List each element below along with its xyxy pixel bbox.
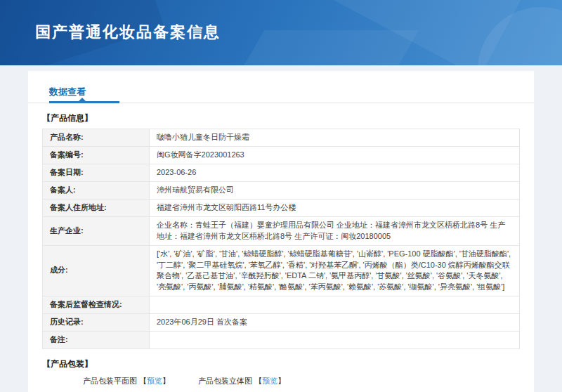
field-label: 备案人: [43, 181, 150, 199]
bracket-open: 【 [139, 377, 147, 385]
field-value: 啵噜小猫儿童冬日防干燥霜 [150, 129, 520, 147]
field-label: 备案编号: [43, 146, 150, 164]
field-label: 历史记录: [43, 314, 150, 332]
tab-bar: 数据查看 [28, 81, 534, 103]
field-value: 企业名称：青蛙王子（福建）婴童护理用品有限公司 企业地址：福建省漳州市龙文区梧桥… [150, 216, 520, 245]
page-header: 国产普通化妆品备案信息 [0, 0, 562, 65]
field-label: 成分: [43, 245, 150, 296]
field-value: 2023年06月29日 首次备案 [150, 314, 520, 332]
field-label: 备注: [43, 332, 150, 349]
package-preview-line: 产品包装平面图 【预览】 产品包装立体图 【预览】 [42, 376, 520, 386]
table-row: 成分: ['水', '矿油', '矿脂', '甘油', '鲸蜡硬脂醇', '鲸蜡… [43, 245, 520, 296]
section-title-product-package: 【产品包装】 [42, 358, 520, 370]
package-stereo-item: 产品包装立体图 【预览】 [198, 376, 285, 386]
table-row: 历史记录: 2023年06月29日 首次备案 [43, 314, 520, 332]
field-label: 备案人住所地址: [43, 199, 150, 216]
active-tab-underline [49, 101, 119, 103]
page-title: 国产普通化妆品备案信息 [35, 22, 221, 43]
table-row: 备案后监督检查情况: [43, 296, 520, 314]
package-flat-label: 产品包装平面图 [83, 377, 137, 385]
product-info-table: 产品名称: 啵噜小猫儿童冬日防干燥霜 备案编号: 闽G妆网备字202300126… [42, 129, 520, 349]
field-value: 福建省漳州市龙文区朝阳西路11号办公楼 [150, 199, 520, 216]
preview-stereo-link[interactable]: 预览 [262, 377, 277, 385]
field-value: 漳州瑞航贸易有限公司 [150, 181, 520, 199]
field-value: 闽G妆网备字2023001263 [150, 146, 520, 164]
field-value [150, 296, 520, 314]
table-row: 备案人住所地址: 福建省漳州市龙文区朝阳西路11号办公楼 [43, 199, 520, 216]
field-label: 生产企业: [43, 216, 150, 245]
active-tab-caret-icon [79, 98, 86, 101]
header-decoration [200, 30, 419, 65]
bracket-close: 】 [277, 377, 285, 385]
preview-flat-link[interactable]: 预览 [147, 377, 162, 385]
field-value [150, 332, 520, 349]
field-value: ['水', '矿油', '矿脂', '甘油', '鲸蜡硬脂醇', '鲸蜡硬脂基葡… [150, 245, 520, 296]
field-label: 产品名称: [43, 129, 150, 147]
package-stereo-label: 产品包装立体图 [198, 377, 252, 385]
bracket-open: 【 [254, 377, 262, 385]
field-value: 2023-06-26 [150, 164, 520, 181]
table-row: 备案人: 漳州瑞航贸易有限公司 [43, 181, 520, 199]
table-row: 备注: [43, 332, 520, 349]
package-flat-item: 产品包装平面图 【预览】 [83, 376, 170, 386]
table-row: 备案日期: 2023-06-26 [43, 164, 520, 181]
section-title-product-info: 【产品信息】 [42, 112, 520, 124]
table-row: 产品名称: 啵噜小猫儿童冬日防干燥霜 [43, 129, 520, 147]
bracket-close: 】 [162, 377, 170, 385]
table-row: 备案编号: 闽G妆网备字2023001263 [43, 146, 520, 164]
content-card: 数据查看 【产品信息】 产品名称: 啵噜小猫儿童冬日防干燥霜 备案编号: 闽G妆… [28, 71, 534, 392]
field-label: 备案后监督检查情况: [43, 296, 150, 314]
table-row: 生产企业: 企业名称：青蛙王子（福建）婴童护理用品有限公司 企业地址：福建省漳州… [43, 216, 520, 245]
field-label: 备案日期: [43, 164, 150, 181]
